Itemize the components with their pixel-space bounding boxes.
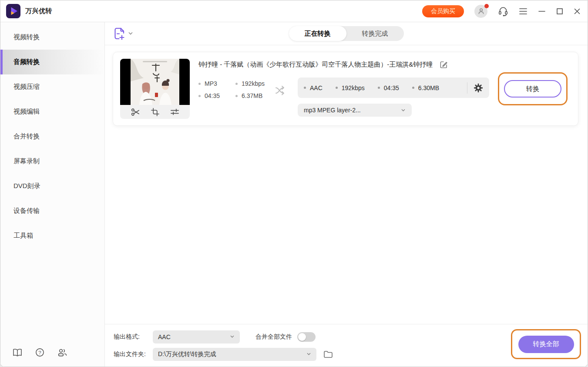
- svg-text:?: ?: [38, 350, 41, 355]
- target-bitrate: 192kbps: [342, 84, 365, 91]
- sidebar-item-merge-convert[interactable]: 合并转换: [0, 124, 104, 149]
- source-size: 6.37MB: [242, 92, 262, 99]
- edit-title-icon[interactable]: [440, 61, 448, 69]
- annotation-highlight: 转换: [498, 72, 568, 105]
- output-settings-bar: 输出格式: AAC 合并全部文件 输出文件夹: D:\: [105, 324, 588, 367]
- maximize-button[interactable]: [556, 8, 563, 15]
- chevron-down-icon: [128, 32, 133, 35]
- media-thumbnail[interactable]: [120, 59, 190, 119]
- community-icon[interactable]: [57, 348, 67, 357]
- tab-group: 正在转换 转换完成: [289, 26, 404, 41]
- support-headset-icon[interactable]: [498, 6, 508, 17]
- minimize-button[interactable]: [538, 8, 546, 15]
- sidebar-item-dvd-burn[interactable]: DVD刻录: [0, 174, 104, 199]
- task-list-area: 钟抒曈 - 千落赋（动画《少年歌行互动版》司空千落人物主题曲）-王瑞淇&钟抒曈: [105, 45, 588, 324]
- settings-gear-icon[interactable]: [474, 83, 483, 93]
- open-folder-icon[interactable]: [323, 350, 333, 358]
- convert-direction-icon: [274, 84, 287, 96]
- sidebar-item-device-transfer[interactable]: 设备传输: [0, 199, 104, 223]
- adjust-effects-icon[interactable]: [170, 108, 180, 116]
- cut-icon[interactable]: [131, 108, 141, 117]
- user-avatar[interactable]: [474, 5, 487, 18]
- menu-icon[interactable]: [519, 8, 528, 15]
- divider: [467, 82, 467, 94]
- add-file-button[interactable]: [114, 27, 133, 40]
- output-format-label: 输出格式:: [114, 333, 153, 341]
- sidebar-item-label: 工具箱: [13, 232, 33, 240]
- merge-all-label: 合并全部文件: [255, 333, 292, 341]
- sidebar-item-screen-record[interactable]: 屏幕录制: [0, 149, 104, 174]
- guide-book-icon[interactable]: [13, 348, 22, 357]
- sidebar-item-video-edit[interactable]: 视频编辑: [0, 99, 104, 124]
- album-art: [131, 59, 179, 105]
- sidebar-item-label: 设备传输: [13, 207, 40, 215]
- output-folder-value: D:\万兴优转\转换完成: [158, 350, 216, 358]
- sidebar-item-label: 视频压缩: [13, 83, 40, 91]
- chevron-down-icon: [401, 109, 406, 112]
- file-card: 钟抒曈 - 千落赋（动画《少年歌行互动版》司空千落人物主题曲）-王瑞淇&钟抒曈: [113, 52, 578, 126]
- source-bitrate: 192kbps: [242, 80, 265, 87]
- target-media-info: AAC 192kbps 04:35 6.30MB: [298, 77, 489, 98]
- tab-converting[interactable]: 正在转换: [289, 26, 346, 41]
- app-logo-icon: [6, 3, 21, 19]
- add-file-icon: [114, 27, 125, 40]
- tab-finished[interactable]: 转换完成: [346, 26, 404, 41]
- help-icon[interactable]: ?: [35, 348, 44, 357]
- sidebar-item-label: 屏幕录制: [13, 157, 40, 165]
- output-format-select[interactable]: AAC: [153, 330, 240, 343]
- convert-button[interactable]: 转换: [504, 80, 561, 98]
- item-format-select[interactable]: mp3 MPEG layer-2...: [298, 104, 412, 117]
- source-format: MP3: [205, 80, 217, 87]
- crop-icon[interactable]: [151, 108, 160, 117]
- sidebar: 视频转换 音频转换 视频压缩 视频编辑 合并转换 屏幕录制 DVD刻录 设备传输…: [0, 22, 105, 367]
- sidebar-item-label: 合并转换: [13, 132, 40, 141]
- tab-label: 转换完成: [362, 30, 388, 38]
- target-duration: 04:35: [384, 84, 399, 91]
- annotation-highlight: 转换全部: [511, 329, 581, 359]
- sidebar-item-video-compress[interactable]: 视频压缩: [0, 74, 104, 99]
- clip-toolbar: [120, 105, 190, 119]
- source-duration: 04:35: [205, 92, 220, 99]
- sidebar-item-label: DVD刻录: [13, 182, 40, 190]
- app-title: 万兴优转: [25, 7, 52, 15]
- sidebar-item-toolbox[interactable]: 工具箱: [0, 223, 104, 248]
- target-format: AAC: [310, 84, 323, 91]
- sidebar-item-audio-convert[interactable]: 音频转换: [0, 50, 104, 74]
- file-title: 钟抒曈 - 千落赋（动画《少年歌行互动版》司空千落人物主题曲）-王瑞淇&钟抒曈: [198, 61, 433, 69]
- output-format-value: AAC: [158, 333, 171, 340]
- output-folder-select[interactable]: D:\万兴优转\转换完成: [153, 348, 316, 361]
- target-size: 6.30MB: [418, 84, 439, 91]
- chevron-down-icon: [230, 335, 235, 338]
- app-window: 万兴优转 会员购买: [0, 0, 588, 367]
- sidebar-item-label: 音频转换: [13, 58, 40, 66]
- member-buy-button[interactable]: 会员购买: [422, 5, 464, 17]
- tab-label: 正在转换: [305, 30, 331, 38]
- toolbar: 正在转换 转换完成: [105, 22, 588, 45]
- output-folder-label: 输出文件夹:: [114, 350, 153, 358]
- item-format-value: mp3 MPEG layer-2...: [304, 107, 361, 114]
- chevron-down-icon: [306, 353, 311, 356]
- sidebar-item-label: 视频编辑: [13, 108, 40, 116]
- person-icon: [477, 7, 485, 15]
- sidebar-item-video-convert[interactable]: 视频转换: [0, 25, 104, 50]
- source-media-info: MP3 192kbps 04:35 6.37MB: [198, 80, 265, 99]
- title-bar: 万兴优转 会员购买: [0, 0, 588, 22]
- sidebar-item-label: 视频转换: [13, 33, 40, 41]
- notification-dot: [484, 4, 489, 8]
- merge-toggle[interactable]: [297, 332, 316, 342]
- close-button[interactable]: [574, 8, 581, 15]
- convert-all-button[interactable]: 转换全部: [518, 336, 574, 353]
